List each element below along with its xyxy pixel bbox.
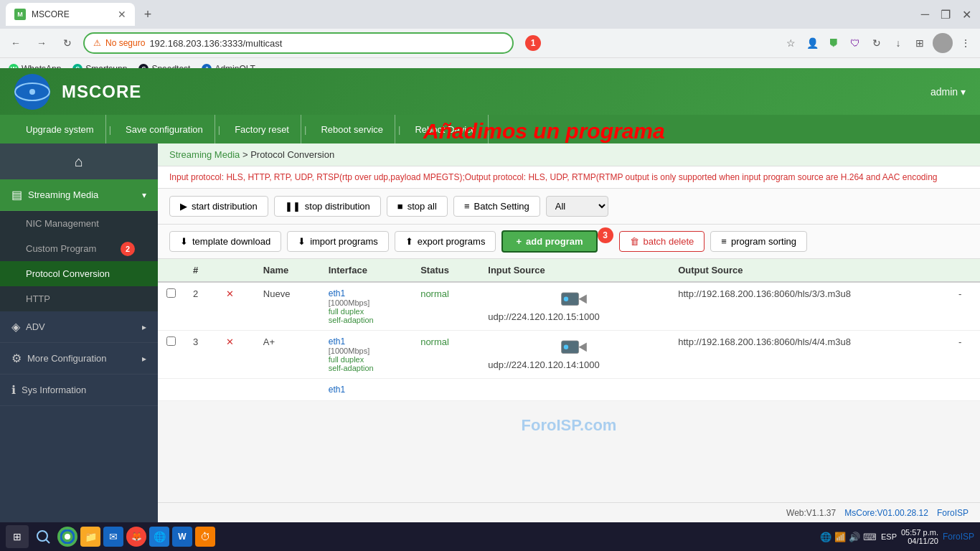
row2-delete-button[interactable]: ✕	[226, 288, 234, 299]
start-distribution-button[interactable]: ▶ start distribution	[169, 196, 268, 217]
row2-id: 2	[184, 282, 217, 331]
header-right: admin ▾	[930, 86, 966, 98]
window-controls: ─ ❐ ✕	[918, 5, 974, 24]
menu-icon[interactable]: ⋮	[957, 34, 974, 52]
taskbar-word[interactable]: W	[172, 527, 192, 547]
bookmark-icon[interactable]: ☆	[782, 34, 799, 52]
close-button[interactable]: ✕	[959, 5, 974, 24]
minimize-button[interactable]: ─	[918, 5, 932, 24]
row2-interface-mode2: self-adaption	[329, 316, 403, 324]
app-wrapper: MSCORE admin ▾ Añadimos un programa Upgr…	[0, 68, 980, 551]
admin-link[interactable]: admin ▾	[930, 86, 966, 98]
stop-all-button[interactable]: ■ stop all	[387, 196, 448, 217]
export-icon: ⬆	[405, 236, 413, 247]
filter-select[interactable]: All Normal Stopped	[546, 196, 608, 217]
nav-upgrade-system[interactable]: Upgrade system	[14, 115, 106, 143]
row3-interface-name: eth1	[329, 336, 403, 347]
program-sorting-button[interactable]: ≡ program sorting	[710, 231, 807, 252]
sidebar-item-streaming-media[interactable]: ▤ Streaming Media ▾	[0, 179, 158, 211]
row2-interface: eth1 [1000Mbps] full duplex self-adaptio…	[320, 282, 412, 331]
svg-marker-4	[578, 294, 586, 303]
nav-reboot-service[interactable]: Reboot service	[309, 115, 395, 143]
table-header-row: # Name Interface Status Input Source Out…	[158, 259, 980, 282]
badge-2: 2	[121, 242, 135, 256]
app-title: MSCORE	[62, 82, 141, 102]
taskbar-mail[interactable]: ✉	[103, 527, 123, 547]
extension-3-icon[interactable]: ↻	[868, 34, 885, 52]
row4-delete-cell	[217, 379, 255, 401]
address-bar[interactable]: ⚠ No seguro 192.168.203.136:3333/multica…	[83, 32, 514, 54]
extension-5-icon[interactable]: ⊞	[911, 34, 928, 52]
foroISP-link[interactable]: ForoISP	[937, 508, 969, 518]
breadcrumb-protocol-conversion: Protocol Conversion	[250, 149, 334, 160]
keyboard-icon: ⌨	[863, 532, 877, 542]
nav-save-configuration[interactable]: Save configuration	[114, 115, 215, 143]
overlay-heading2: Añadimos un programa	[423, 118, 665, 144]
sidebar-item-custom-program[interactable]: Custom Program 2	[0, 236, 158, 261]
batch-setting-button[interactable]: ≡ Batch Setting	[453, 196, 540, 217]
taskbar-app7[interactable]: ⏱	[195, 527, 215, 547]
col-delete	[217, 259, 255, 282]
back-button[interactable]: ←	[6, 33, 26, 53]
row2-interface-speed: [1000Mbps]	[329, 298, 403, 307]
extension-1-icon[interactable]: ⛊	[825, 34, 842, 52]
extension-2-icon[interactable]: 🛡	[847, 34, 864, 52]
breadcrumb-streaming-media[interactable]: Streaming Media	[169, 149, 240, 160]
pause-icon: ❚❚	[285, 201, 301, 212]
stop-distribution-button[interactable]: ❚❚ stop distribution	[274, 196, 381, 217]
row3-checkbox[interactable]	[166, 336, 176, 346]
svg-marker-7	[578, 342, 586, 352]
browser-nav-icons: ☆ 👤 ⛊ 🛡 ↻ ↓ ⊞ ⋮	[782, 33, 974, 53]
browser-title-bar: M MSCORE ✕ + ─ ❐ ✕	[0, 0, 980, 29]
extension-4-icon[interactable]: ↓	[890, 34, 907, 52]
sidebar-item-nic-management[interactable]: NIC Management	[0, 211, 158, 236]
app-logo	[14, 74, 50, 110]
sidebar-home-button[interactable]: ⌂	[0, 143, 158, 179]
badge-1: 1	[525, 35, 541, 51]
sidebar-item-protocol-conversion[interactable]: Protocol Conversion	[0, 261, 158, 286]
sidebar-item-more-configuration[interactable]: ⚙ More Configuration ▸	[0, 343, 158, 375]
row3-delete-button[interactable]: ✕	[226, 336, 234, 347]
row2-checkbox[interactable]	[166, 288, 176, 298]
col-interface: Interface	[320, 259, 412, 282]
import-programs-label: import programs	[310, 236, 378, 247]
col-input: Input Source	[479, 259, 669, 282]
batch-delete-button[interactable]: 🗑 batch delete	[619, 231, 705, 252]
maximize-button[interactable]: ❐	[938, 5, 953, 24]
tab-close-button[interactable]: ✕	[118, 9, 126, 20]
start-button[interactable]: ⊞	[6, 525, 29, 548]
sidebar: ⌂ ▤ Streaming Media ▾ NIC Management Cus…	[0, 143, 158, 551]
volume-icon: 🔊	[849, 532, 860, 542]
nav-factory-reset[interactable]: Factory reset	[223, 115, 301, 143]
add-program-button[interactable]: + add program	[501, 230, 597, 253]
col-checkbox	[158, 259, 184, 282]
new-tab-button[interactable]: +	[138, 4, 158, 24]
mscore-version[interactable]: MsCore:V01.00.28.12	[844, 508, 928, 518]
export-programs-button[interactable]: ⬆ export programs	[395, 231, 496, 252]
import-programs-button[interactable]: ⬇ import programs	[287, 231, 389, 252]
sidebar-item-adv[interactable]: ◈ ADV ▸	[0, 311, 158, 343]
browser-tab[interactable]: M MSCORE ✕	[6, 3, 135, 26]
taskbar-search[interactable]	[32, 525, 55, 548]
template-download-button[interactable]: ⬇ template download	[169, 231, 281, 252]
browser-nav-bar: ← → ↻ ⚠ No seguro 192.168.203.136:3333/m…	[0, 29, 980, 57]
more-config-arrow-icon: ▸	[142, 354, 146, 364]
programs-table: # Name Interface Status Input Source Out…	[158, 259, 980, 401]
row3-id: 3	[184, 331, 217, 379]
sidebar-adv-label: ADV	[26, 321, 45, 332]
reload-button[interactable]: ↻	[57, 33, 77, 53]
import-icon: ⬇	[298, 236, 306, 247]
forward-button[interactable]: →	[32, 33, 52, 53]
user-avatar[interactable]	[933, 33, 953, 53]
taskbar-firefox[interactable]: 🦊	[126, 527, 146, 547]
svg-point-8	[564, 345, 568, 349]
col-output: Output Source	[669, 259, 950, 282]
sidebar-item-sys-information[interactable]: ℹ Sys Information	[0, 375, 158, 406]
taskbar-chrome[interactable]	[57, 527, 77, 547]
no-seguro-text: No seguro	[105, 38, 145, 48]
profile-icon[interactable]: 👤	[804, 34, 821, 52]
taskbar-app5[interactable]: 🌐	[149, 527, 169, 547]
sidebar-item-http[interactable]: HTTP	[0, 286, 158, 311]
taskbar-explorer[interactable]: 📁	[80, 527, 100, 547]
row3-status: normal	[412, 331, 479, 379]
